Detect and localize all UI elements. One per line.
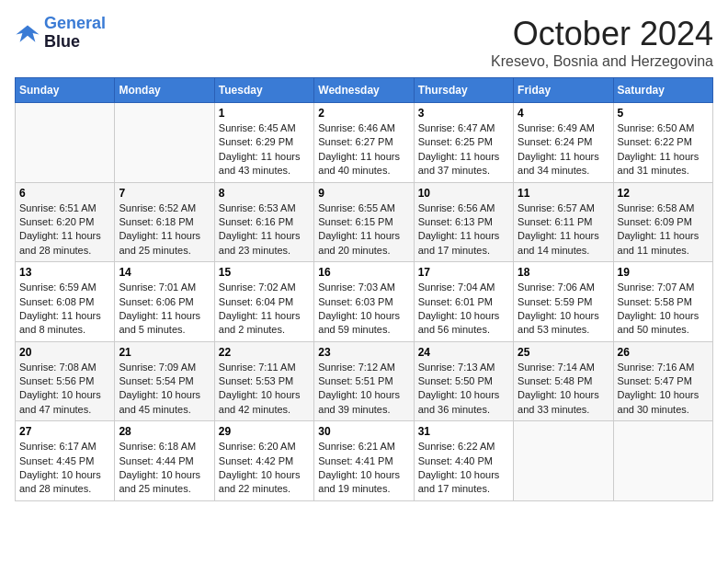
day-info-line: Daylight: 10 hours and 36 minutes. bbox=[418, 388, 509, 417]
day-info-line: Sunset: 5:59 PM bbox=[518, 295, 609, 309]
day-number: 9 bbox=[318, 187, 409, 200]
day-number: 30 bbox=[318, 425, 409, 438]
day-info-line: Daylight: 11 hours and 8 minutes. bbox=[19, 309, 110, 338]
day-info-line: Sunset: 6:25 PM bbox=[418, 135, 509, 149]
day-info-line: Sunrise: 7:11 AM bbox=[219, 361, 310, 374]
day-info-line: Sunrise: 7:13 AM bbox=[418, 361, 509, 374]
day-info-line: Sunrise: 7:14 AM bbox=[518, 361, 609, 374]
day-number: 2 bbox=[318, 107, 409, 120]
calendar-cell: 27Sunrise: 6:17 AMSunset: 4:45 PMDayligh… bbox=[16, 421, 115, 501]
day-number: 24 bbox=[418, 346, 509, 359]
day-info-line: Daylight: 11 hours and 17 minutes. bbox=[418, 229, 509, 258]
day-info-line: Daylight: 10 hours and 25 minutes. bbox=[119, 468, 210, 497]
calendar-cell: 23Sunrise: 7:12 AMSunset: 5:51 PMDayligh… bbox=[314, 341, 414, 421]
day-info-line: Daylight: 11 hours and 25 minutes. bbox=[119, 229, 210, 258]
calendar-cell: 5Sunrise: 6:50 AMSunset: 6:22 PMDaylight… bbox=[613, 103, 712, 183]
day-info-line: Sunset: 6:24 PM bbox=[518, 135, 609, 149]
day-info-line: Sunrise: 7:06 AM bbox=[518, 281, 609, 294]
day-info-line: Daylight: 10 hours and 45 minutes. bbox=[119, 388, 210, 417]
day-info-line: Sunset: 6:11 PM bbox=[518, 215, 609, 229]
day-info-line: Sunset: 4:41 PM bbox=[318, 454, 409, 468]
day-info-line: Daylight: 11 hours and 2 minutes. bbox=[219, 309, 310, 338]
calendar-cell: 24Sunrise: 7:13 AMSunset: 5:50 PMDayligh… bbox=[414, 341, 513, 421]
day-info-line: Daylight: 10 hours and 59 minutes. bbox=[318, 309, 409, 338]
calendar-week-row: 20Sunrise: 7:08 AMSunset: 5:56 PMDayligh… bbox=[16, 341, 713, 421]
day-number: 18 bbox=[518, 266, 609, 279]
day-info-line: Sunset: 4:45 PM bbox=[19, 454, 110, 468]
day-info-line: Sunset: 6:13 PM bbox=[418, 215, 509, 229]
day-info-line: Daylight: 11 hours and 11 minutes. bbox=[618, 229, 709, 258]
day-info-line: Sunset: 4:44 PM bbox=[119, 454, 210, 468]
day-info-line: Daylight: 11 hours and 5 minutes. bbox=[119, 309, 210, 338]
calendar-cell: 16Sunrise: 7:03 AMSunset: 6:03 PMDayligh… bbox=[314, 262, 414, 342]
day-info-line: Daylight: 11 hours and 40 minutes. bbox=[318, 150, 409, 178]
day-info-line: Daylight: 11 hours and 20 minutes. bbox=[318, 229, 409, 258]
day-number: 11 bbox=[518, 187, 609, 200]
day-number: 27 bbox=[19, 425, 110, 438]
logo: General Blue bbox=[15, 15, 106, 52]
day-number: 29 bbox=[219, 425, 310, 438]
day-info-line: Sunset: 5:50 PM bbox=[418, 374, 509, 388]
header-row: SundayMondayTuesdayWednesdayThursdayFrid… bbox=[16, 78, 713, 103]
day-info-line: Daylight: 10 hours and 22 minutes. bbox=[219, 468, 310, 497]
day-info-line: Sunrise: 6:46 AM bbox=[318, 121, 409, 135]
calendar-cell: 2Sunrise: 6:46 AMSunset: 6:27 PMDaylight… bbox=[314, 103, 414, 183]
calendar-cell: 3Sunrise: 6:47 AMSunset: 6:25 PMDaylight… bbox=[414, 103, 513, 183]
day-number: 28 bbox=[119, 425, 210, 438]
day-info-line: Sunrise: 7:03 AM bbox=[318, 281, 409, 294]
day-info-line: Daylight: 10 hours and 50 minutes. bbox=[618, 309, 709, 338]
day-number: 5 bbox=[618, 107, 709, 120]
day-info-line: Sunset: 5:58 PM bbox=[618, 295, 709, 309]
calendar-cell: 6Sunrise: 6:51 AMSunset: 6:20 PMDaylight… bbox=[16, 182, 115, 262]
day-number: 25 bbox=[518, 346, 609, 359]
day-info-line: Sunset: 6:29 PM bbox=[219, 135, 310, 149]
header-cell-wednesday: Wednesday bbox=[314, 78, 414, 103]
day-info-line: Sunrise: 6:17 AM bbox=[19, 440, 110, 454]
day-info-line: Sunrise: 6:22 AM bbox=[418, 440, 509, 454]
calendar-header: SundayMondayTuesdayWednesdayThursdayFrid… bbox=[16, 78, 713, 103]
header-cell-tuesday: Tuesday bbox=[214, 78, 313, 103]
day-info-line: Daylight: 10 hours and 53 minutes. bbox=[518, 309, 609, 338]
day-number: 3 bbox=[418, 107, 509, 120]
day-info-line: Daylight: 11 hours and 14 minutes. bbox=[518, 229, 609, 258]
day-info-line: Sunset: 5:51 PM bbox=[318, 374, 409, 388]
day-info-line: Sunset: 6:01 PM bbox=[418, 295, 509, 309]
calendar-cell: 28Sunrise: 6:18 AMSunset: 4:44 PMDayligh… bbox=[115, 421, 214, 501]
day-number: 17 bbox=[418, 266, 509, 279]
calendar-cell: 14Sunrise: 7:01 AMSunset: 6:06 PMDayligh… bbox=[115, 262, 214, 342]
day-number: 22 bbox=[219, 346, 310, 359]
day-info-line: Sunset: 6:27 PM bbox=[318, 135, 409, 149]
day-info-line: Sunset: 5:47 PM bbox=[618, 374, 709, 388]
calendar-cell bbox=[613, 421, 712, 501]
calendar-cell: 10Sunrise: 6:56 AMSunset: 6:13 PMDayligh… bbox=[414, 182, 513, 262]
day-number: 26 bbox=[618, 346, 709, 359]
day-info-line: Daylight: 10 hours and 28 minutes. bbox=[19, 468, 110, 497]
calendar-cell: 30Sunrise: 6:21 AMSunset: 4:41 PMDayligh… bbox=[314, 421, 414, 501]
day-info-line: Daylight: 10 hours and 39 minutes. bbox=[318, 388, 409, 417]
svg-marker-0 bbox=[16, 25, 39, 41]
day-info-line: Sunrise: 6:51 AM bbox=[19, 201, 110, 215]
day-info-line: Sunset: 5:48 PM bbox=[518, 374, 609, 388]
day-info-line: Sunrise: 7:01 AM bbox=[119, 281, 210, 294]
day-number: 20 bbox=[19, 346, 110, 359]
day-info-line: Sunset: 5:54 PM bbox=[119, 374, 210, 388]
day-number: 12 bbox=[618, 187, 709, 200]
day-info-line: Sunset: 4:40 PM bbox=[418, 454, 509, 468]
day-info-line: Daylight: 10 hours and 33 minutes. bbox=[518, 388, 609, 417]
day-info-line: Daylight: 10 hours and 56 minutes. bbox=[418, 309, 509, 338]
day-info-line: Daylight: 10 hours and 30 minutes. bbox=[618, 388, 709, 417]
day-info-line: Sunrise: 7:08 AM bbox=[19, 361, 110, 374]
day-info-line: Sunset: 6:03 PM bbox=[318, 295, 409, 309]
day-info-line: Daylight: 11 hours and 34 minutes. bbox=[518, 150, 609, 178]
header-cell-friday: Friday bbox=[514, 78, 613, 103]
day-number: 31 bbox=[418, 425, 509, 438]
calendar-cell: 20Sunrise: 7:08 AMSunset: 5:56 PMDayligh… bbox=[16, 341, 115, 421]
day-info-line: Sunrise: 6:47 AM bbox=[418, 121, 509, 135]
day-info-line: Daylight: 11 hours and 23 minutes. bbox=[219, 229, 310, 258]
calendar-cell: 18Sunrise: 7:06 AMSunset: 5:59 PMDayligh… bbox=[514, 262, 613, 342]
day-info-line: Sunset: 5:53 PM bbox=[219, 374, 310, 388]
calendar-body: 1Sunrise: 6:45 AMSunset: 6:29 PMDaylight… bbox=[16, 103, 713, 501]
calendar-week-row: 6Sunrise: 6:51 AMSunset: 6:20 PMDaylight… bbox=[16, 182, 713, 262]
day-number: 6 bbox=[19, 187, 110, 200]
day-info-line: Sunset: 6:22 PM bbox=[618, 135, 709, 149]
